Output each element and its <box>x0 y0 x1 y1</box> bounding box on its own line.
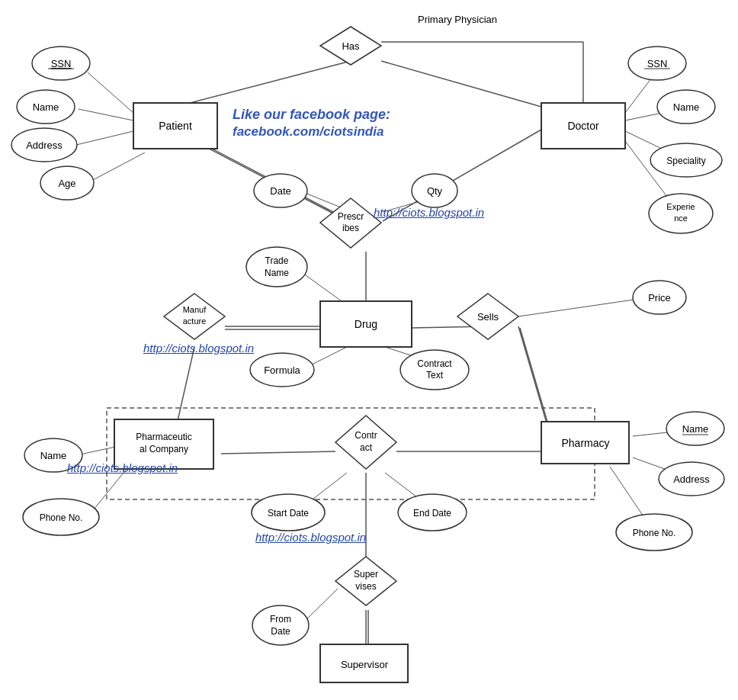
svg-text:Qty: Qty <box>427 185 443 197</box>
svg-text:Manuf: Manuf <box>183 305 207 314</box>
svg-text:Age: Age <box>58 178 75 189</box>
svg-text:Date: Date <box>271 626 290 637</box>
svg-line-22 <box>76 131 133 145</box>
primary-physician-label: Primary Physician <box>418 14 497 25</box>
svg-line-12 <box>175 347 194 431</box>
svg-text:vises: vises <box>355 581 376 592</box>
er-diagram: Patient Doctor Drug Pharmaceutic al Comp… <box>0 0 738 700</box>
svg-text:Price: Price <box>648 292 671 303</box>
svg-line-2 <box>381 61 541 107</box>
svg-text:Name: Name <box>682 423 709 435</box>
svg-text:ibes: ibes <box>342 223 359 233</box>
svg-text:Supervisor: Supervisor <box>341 659 389 670</box>
svg-text:Name: Name <box>673 101 700 113</box>
svg-text:Start Date: Start Date <box>268 508 309 519</box>
svg-text:Patient: Patient <box>159 120 192 132</box>
svg-text:From: From <box>270 614 291 625</box>
svg-text:Address: Address <box>26 140 63 151</box>
svg-text:Drug: Drug <box>355 318 377 330</box>
svg-text:Name: Name <box>40 450 67 461</box>
svg-line-21 <box>79 109 133 120</box>
svg-text:Contr: Contr <box>355 430 377 441</box>
svg-text:Name: Name <box>33 101 59 113</box>
svg-line-7 <box>383 130 541 221</box>
svg-text:Phone No.: Phone No. <box>633 528 676 538</box>
svg-text:Trade: Trade <box>265 255 289 266</box>
svg-line-23 <box>91 153 145 181</box>
svg-text:Prescr: Prescr <box>338 211 364 222</box>
svg-line-13 <box>518 326 549 431</box>
svg-text:Phone No.: Phone No. <box>40 512 83 523</box>
svg-text:Pharmaceutic: Pharmaceutic <box>136 432 191 442</box>
svg-line-20 <box>88 72 133 113</box>
svg-text:Date: Date <box>270 185 290 197</box>
svg-text:al Company: al Company <box>140 444 188 454</box>
svg-text:Address: Address <box>673 474 710 485</box>
svg-text:Pharmacy: Pharmacy <box>561 437 609 449</box>
svg-point-94 <box>246 247 307 287</box>
svg-text:Contract: Contract <box>417 358 452 369</box>
svg-text:act: act <box>360 442 373 453</box>
svg-text:nce: nce <box>674 214 688 223</box>
svg-line-31 <box>307 347 347 367</box>
svg-line-15 <box>221 451 335 454</box>
svg-text:Sells: Sells <box>477 311 499 323</box>
svg-line-1 <box>175 61 351 107</box>
svg-text:Super: Super <box>354 569 378 580</box>
svg-text:End Date: End Date <box>413 508 451 519</box>
svg-text:acture: acture <box>183 316 207 326</box>
svg-text:Formula: Formula <box>264 364 300 376</box>
svg-line-33 <box>518 297 650 316</box>
svg-text:SSN: SSN <box>51 58 72 69</box>
diagram-svg: Patient Doctor Drug Pharmaceutic al Comp… <box>0 0 738 700</box>
svg-line-14 <box>520 328 550 432</box>
svg-text:Text: Text <box>426 370 444 381</box>
svg-text:Experie: Experie <box>666 202 695 211</box>
svg-text:Doctor: Doctor <box>567 120 599 132</box>
svg-text:Has: Has <box>342 40 360 52</box>
svg-text:Speciality: Speciality <box>666 156 705 166</box>
svg-point-119 <box>252 605 309 645</box>
svg-text:Name: Name <box>265 268 289 278</box>
svg-text:SSN: SSN <box>647 58 668 69</box>
